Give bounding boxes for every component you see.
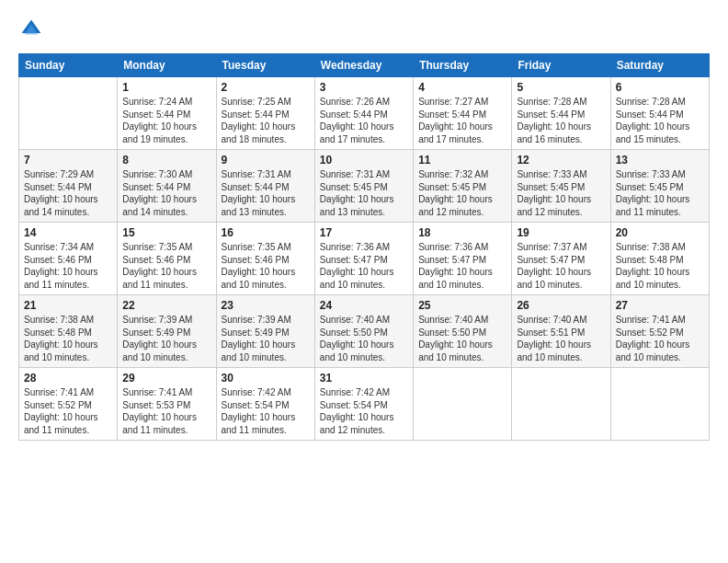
- weekday-header-wednesday: Wednesday: [314, 54, 413, 77]
- day-number: 13: [616, 154, 704, 167]
- day-number: 8: [122, 154, 210, 167]
- weekday-header-tuesday: Tuesday: [216, 54, 314, 77]
- day-number: 1: [122, 81, 210, 94]
- week-row-2: 7Sunrise: 7:29 AMSunset: 5:44 PMDaylight…: [19, 150, 710, 223]
- day-info: Sunrise: 7:33 AMSunset: 5:45 PMDaylight:…: [616, 168, 704, 218]
- calendar-cell: 27Sunrise: 7:41 AMSunset: 5:52 PMDayligh…: [610, 295, 709, 368]
- calendar-cell: 3Sunrise: 7:26 AMSunset: 5:44 PMDaylight…: [314, 77, 413, 150]
- calendar-cell: 25Sunrise: 7:40 AMSunset: 5:50 PMDayligh…: [414, 295, 512, 368]
- day-number: 9: [222, 154, 310, 167]
- day-number: 14: [24, 226, 112, 239]
- day-info: Sunrise: 7:38 AMSunset: 5:48 PMDaylight:…: [24, 314, 112, 363]
- calendar-cell: 7Sunrise: 7:29 AMSunset: 5:44 PMDaylight…: [19, 150, 118, 223]
- header: [18, 18, 710, 44]
- calendar-cell: 2Sunrise: 7:25 AMSunset: 5:44 PMDaylight…: [216, 77, 314, 150]
- calendar-cell: [610, 368, 709, 441]
- calendar-cell: 9Sunrise: 7:31 AMSunset: 5:44 PMDaylight…: [216, 150, 314, 223]
- day-number: 12: [517, 154, 605, 167]
- day-info: Sunrise: 7:36 AMSunset: 5:47 PMDaylight:…: [418, 241, 506, 291]
- weekday-header-row: SundayMondayTuesdayWednesdayThursdayFrid…: [19, 54, 710, 77]
- calendar-cell: 12Sunrise: 7:33 AMSunset: 5:45 PMDayligh…: [512, 150, 610, 223]
- day-number: 27: [616, 299, 704, 312]
- calendar-cell: 1Sunrise: 7:24 AMSunset: 5:44 PMDaylight…: [118, 77, 216, 150]
- day-info: Sunrise: 7:32 AMSunset: 5:45 PMDaylight:…: [418, 168, 506, 218]
- week-row-4: 21Sunrise: 7:38 AMSunset: 5:48 PMDayligh…: [19, 295, 710, 368]
- calendar-cell: 19Sunrise: 7:37 AMSunset: 5:47 PMDayligh…: [512, 223, 610, 295]
- calendar-cell: 17Sunrise: 7:36 AMSunset: 5:47 PMDayligh…: [314, 223, 413, 295]
- calendar-cell: 26Sunrise: 7:40 AMSunset: 5:51 PMDayligh…: [512, 295, 610, 368]
- calendar-cell: 18Sunrise: 7:36 AMSunset: 5:47 PMDayligh…: [414, 223, 512, 295]
- day-info: Sunrise: 7:41 AMSunset: 5:53 PMDaylight:…: [122, 386, 210, 436]
- week-row-3: 14Sunrise: 7:34 AMSunset: 5:46 PMDayligh…: [19, 223, 710, 295]
- day-info: Sunrise: 7:40 AMSunset: 5:51 PMDaylight:…: [517, 314, 605, 363]
- day-info: Sunrise: 7:36 AMSunset: 5:47 PMDaylight:…: [320, 241, 408, 291]
- day-info: Sunrise: 7:33 AMSunset: 5:45 PMDaylight:…: [517, 168, 605, 218]
- calendar-cell: 8Sunrise: 7:30 AMSunset: 5:44 PMDaylight…: [118, 150, 216, 223]
- day-number: 11: [418, 154, 506, 167]
- day-number: 21: [24, 299, 112, 312]
- calendar-cell: 23Sunrise: 7:39 AMSunset: 5:49 PMDayligh…: [216, 295, 314, 368]
- day-info: Sunrise: 7:26 AMSunset: 5:44 PMDaylight:…: [320, 96, 408, 145]
- day-info: Sunrise: 7:35 AMSunset: 5:46 PMDaylight:…: [122, 241, 210, 291]
- day-number: 10: [320, 154, 408, 167]
- day-number: 30: [222, 372, 310, 385]
- day-info: Sunrise: 7:42 AMSunset: 5:54 PMDaylight:…: [320, 386, 408, 436]
- day-number: 17: [320, 226, 408, 239]
- day-info: Sunrise: 7:40 AMSunset: 5:50 PMDaylight:…: [320, 314, 408, 363]
- calendar-cell: [512, 368, 610, 441]
- calendar-cell: 21Sunrise: 7:38 AMSunset: 5:48 PMDayligh…: [19, 295, 118, 368]
- weekday-header-monday: Monday: [118, 54, 216, 77]
- day-info: Sunrise: 7:28 AMSunset: 5:44 PMDaylight:…: [517, 96, 605, 145]
- day-info: Sunrise: 7:34 AMSunset: 5:46 PMDaylight:…: [24, 241, 112, 291]
- calendar-cell: 16Sunrise: 7:35 AMSunset: 5:46 PMDayligh…: [216, 223, 314, 295]
- day-info: Sunrise: 7:24 AMSunset: 5:44 PMDaylight:…: [122, 96, 210, 145]
- day-info: Sunrise: 7:29 AMSunset: 5:44 PMDaylight:…: [24, 168, 112, 218]
- day-info: Sunrise: 7:35 AMSunset: 5:46 PMDaylight:…: [222, 241, 310, 291]
- day-number: 23: [222, 299, 310, 312]
- calendar-cell: 24Sunrise: 7:40 AMSunset: 5:50 PMDayligh…: [314, 295, 413, 368]
- day-info: Sunrise: 7:30 AMSunset: 5:44 PMDaylight:…: [122, 168, 210, 218]
- day-number: 24: [320, 299, 408, 312]
- calendar-cell: 15Sunrise: 7:35 AMSunset: 5:46 PMDayligh…: [118, 223, 216, 295]
- day-number: 25: [418, 299, 506, 312]
- day-number: 29: [122, 372, 210, 385]
- day-number: 4: [418, 81, 506, 94]
- day-number: 22: [122, 299, 210, 312]
- calendar-cell: [19, 77, 118, 150]
- day-number: 18: [418, 226, 506, 239]
- day-number: 26: [517, 299, 605, 312]
- weekday-header-sunday: Sunday: [19, 54, 118, 77]
- day-info: Sunrise: 7:39 AMSunset: 5:49 PMDaylight:…: [122, 314, 210, 363]
- calendar-cell: 29Sunrise: 7:41 AMSunset: 5:53 PMDayligh…: [118, 368, 216, 441]
- weekday-header-thursday: Thursday: [414, 54, 512, 77]
- day-number: 16: [222, 226, 310, 239]
- day-number: 5: [517, 81, 605, 94]
- logo: [18, 18, 42, 44]
- day-info: Sunrise: 7:37 AMSunset: 5:47 PMDaylight:…: [517, 241, 605, 291]
- week-row-5: 28Sunrise: 7:41 AMSunset: 5:52 PMDayligh…: [19, 368, 710, 441]
- weekday-header-saturday: Saturday: [610, 54, 709, 77]
- day-info: Sunrise: 7:41 AMSunset: 5:52 PMDaylight:…: [616, 314, 704, 363]
- page: SundayMondayTuesdayWednesdayThursdayFrid…: [0, 0, 728, 563]
- calendar-cell: 31Sunrise: 7:42 AMSunset: 5:54 PMDayligh…: [314, 368, 413, 441]
- calendar-cell: 14Sunrise: 7:34 AMSunset: 5:46 PMDayligh…: [19, 223, 118, 295]
- day-number: 3: [320, 81, 408, 94]
- day-number: 7: [24, 154, 112, 167]
- calendar-cell: 13Sunrise: 7:33 AMSunset: 5:45 PMDayligh…: [610, 150, 709, 223]
- calendar-cell: 6Sunrise: 7:28 AMSunset: 5:44 PMDaylight…: [610, 77, 709, 150]
- calendar-cell: 5Sunrise: 7:28 AMSunset: 5:44 PMDaylight…: [512, 77, 610, 150]
- logo-icon: [20, 18, 42, 40]
- day-number: 19: [517, 226, 605, 239]
- calendar-cell: 30Sunrise: 7:42 AMSunset: 5:54 PMDayligh…: [216, 368, 314, 441]
- day-info: Sunrise: 7:28 AMSunset: 5:44 PMDaylight:…: [616, 96, 704, 145]
- calendar-cell: [414, 368, 512, 441]
- day-info: Sunrise: 7:31 AMSunset: 5:45 PMDaylight:…: [320, 168, 408, 218]
- day-number: 6: [616, 81, 704, 94]
- day-info: Sunrise: 7:39 AMSunset: 5:49 PMDaylight:…: [222, 314, 310, 363]
- weekday-header-friday: Friday: [512, 54, 610, 77]
- day-info: Sunrise: 7:40 AMSunset: 5:50 PMDaylight:…: [418, 314, 506, 363]
- calendar-cell: 22Sunrise: 7:39 AMSunset: 5:49 PMDayligh…: [118, 295, 216, 368]
- day-number: 31: [320, 372, 408, 385]
- day-number: 15: [122, 226, 210, 239]
- day-number: 2: [222, 81, 310, 94]
